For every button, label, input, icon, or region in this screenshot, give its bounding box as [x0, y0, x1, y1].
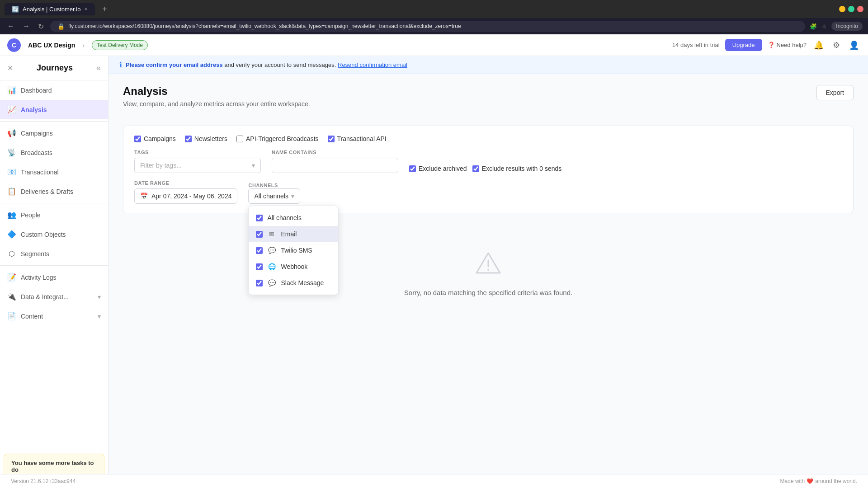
sidebar-item-transactional[interactable]: 📧 Transactional: [0, 162, 108, 182]
webhook-channel-icon: 🌐: [267, 263, 276, 270]
sidebar-item-custom-objects[interactable]: 🔷 Custom Objects: [0, 225, 108, 244]
sidebar-x-icon[interactable]: ✕: [7, 64, 13, 72]
page-subtitle: View, compare, and analyze metrics acros…: [123, 100, 310, 108]
back-btn[interactable]: ←: [5, 20, 16, 32]
new-tab-btn[interactable]: +: [99, 4, 111, 15]
channel-all-checkbox[interactable]: [256, 215, 263, 221]
export-btn[interactable]: Export: [816, 85, 854, 100]
maximize-btn[interactable]: [848, 6, 854, 12]
channels-label: CHANNELS: [248, 183, 278, 188]
divider-3: [0, 265, 108, 266]
email-channel-icon: ✉: [267, 230, 276, 238]
exclude-zero-sends-checkbox[interactable]: [472, 165, 479, 172]
channel-slack-checkbox[interactable]: [256, 280, 263, 286]
name-contains-input[interactable]: [272, 158, 398, 173]
sidebar-item-broadcasts[interactable]: 📡 Broadcasts: [0, 143, 108, 162]
date-range-label: DATE RANGE: [134, 180, 237, 186]
checkbox-api-triggered[interactable]: API-Triggered Broadcasts: [236, 135, 319, 142]
api-triggered-checkbox[interactable]: [236, 136, 243, 142]
sidebar-label-dashboard: Dashboard: [21, 87, 52, 94]
bell-icon[interactable]: 🔔: [812, 38, 826, 52]
sidebar-collapse-btn[interactable]: «: [96, 63, 101, 73]
sidebar-item-deliveries[interactable]: 📋 Deliveries & Drafts: [0, 182, 108, 201]
exclude-archived-checkbox[interactable]: [409, 165, 416, 172]
sidebar-item-dashboard[interactable]: 📊 Dashboard: [0, 80, 108, 100]
sidebar-label-data-integrations: Data & Integrat...: [21, 293, 69, 300]
channel-webhook-label: Webhook: [281, 263, 307, 270]
app-logo: C: [7, 38, 21, 52]
analysis-icon: 📈: [7, 105, 16, 114]
channel-slack[interactable]: 💬 Slack Message: [249, 275, 338, 291]
transactional-icon: 📧: [7, 168, 16, 176]
page-header: Analysis View, compare, and analyze metr…: [123, 85, 310, 118]
channel-email-checkbox[interactable]: [256, 231, 263, 238]
slack-channel-icon: 💬: [267, 279, 276, 286]
people-icon: 👥: [7, 211, 16, 219]
divider-2: [0, 203, 108, 203]
segments-icon: ⬡: [7, 249, 16, 258]
transactional-api-checkbox[interactable]: [328, 136, 335, 142]
channel-email[interactable]: ✉ Email: [249, 226, 338, 242]
channel-all[interactable]: All channels: [249, 210, 338, 226]
channel-all-label: All channels: [267, 214, 302, 221]
forward-btn[interactable]: →: [21, 20, 32, 32]
channels-dropdown[interactable]: All channels ▾: [248, 188, 300, 204]
sidebar-title: Journeys: [37, 63, 73, 73]
workspace-name: ABC UX Design: [28, 42, 75, 49]
channels-value: All channels: [254, 192, 288, 200]
channels-filter-group: CHANNELS All channels ▾ All channels: [248, 181, 300, 204]
settings-icon[interactable]: ⚙: [831, 38, 842, 52]
url-bar[interactable]: 🔒 fly.customer.io/workspaces/160880/jour…: [50, 21, 805, 32]
sidebar-item-segments[interactable]: ⬡ Segments: [0, 244, 108, 263]
sidebar-item-activity-logs[interactable]: 📝 Activity Logs: [0, 267, 108, 287]
extensions-icon: 🧩: [810, 23, 817, 30]
sidebar-item-people[interactable]: 👥 People: [0, 205, 108, 225]
made-with-suffix: around the world.: [815, 478, 857, 484]
heart-icon: ❤️: [807, 478, 813, 484]
checkbox-newsletters[interactable]: Newsletters: [185, 135, 227, 142]
browser-chrome: 🔄 Analysis | Customer.io × +: [0, 0, 868, 18]
page-content: Analysis View, compare, and analyze metr…: [108, 74, 868, 343]
sidebar-item-data-integrations[interactable]: 🔌 Data & Integrat... ▾: [0, 287, 108, 306]
page-title: Analysis: [123, 85, 310, 98]
workspace-chevron-icon[interactable]: ›: [82, 42, 85, 49]
sidebar-item-analysis[interactable]: 📈 Analysis: [0, 100, 108, 119]
close-btn[interactable]: [857, 6, 863, 12]
checkbox-campaigns[interactable]: Campaigns: [134, 135, 176, 142]
sidebar-label-analysis: Analysis: [21, 106, 47, 113]
refresh-btn[interactable]: ↻: [36, 20, 46, 33]
sidebar-label-deliveries: Deliveries & Drafts: [21, 188, 73, 195]
checkbox-transactional-api[interactable]: Transactional API: [328, 135, 387, 142]
minimize-btn[interactable]: [839, 6, 845, 12]
newsletters-checkbox[interactable]: [185, 136, 192, 142]
channel-twilio-sms[interactable]: 💬 Twilio SMS: [249, 242, 338, 258]
test-delivery-badge: Test Delivery Mode: [92, 40, 148, 50]
active-tab[interactable]: 🔄 Analysis | Customer.io ×: [5, 3, 95, 15]
channel-twilio-sms-checkbox[interactable]: [256, 247, 263, 254]
content-area: ℹ Please confirm your email address and …: [108, 56, 868, 488]
user-icon[interactable]: 👤: [847, 38, 861, 52]
twilio-sms-channel-icon: 💬: [267, 247, 276, 254]
tab-close-btn[interactable]: ×: [84, 6, 87, 12]
date-picker[interactable]: 📅 Apr 07, 2024 - May 06, 2024: [134, 188, 237, 204]
campaigns-checkbox[interactable]: [134, 136, 141, 142]
sidebar-item-campaigns[interactable]: 📢 Campaigns: [0, 123, 108, 143]
checkbox-exclude-archived[interactable]: Exclude archived: [409, 165, 467, 172]
sidebar-item-content[interactable]: 📄 Content ▾: [0, 306, 108, 326]
content-icon: 📄: [7, 312, 16, 320]
bookmark-icon[interactable]: ☆: [821, 23, 827, 30]
name-contains-filter-group: NAME CONTAINS: [272, 150, 398, 173]
checkbox-exclude-zero-sends[interactable]: Exclude results with 0 sends: [472, 165, 562, 172]
activity-logs-icon: 📝: [7, 273, 16, 282]
tags-select[interactable]: Filter by tags... ▾: [134, 158, 261, 173]
banner-text: Please confirm your email address and ve…: [126, 61, 407, 68]
date-range-filter-group: DATE RANGE 📅 Apr 07, 2024 - May 06, 2024: [134, 180, 237, 204]
channel-webhook[interactable]: 🌐 Webhook: [249, 258, 338, 275]
lock-icon: 🔒: [57, 23, 65, 30]
deliveries-icon: 📋: [7, 187, 16, 196]
channel-webhook-checkbox[interactable]: [256, 263, 263, 270]
need-help-btn[interactable]: ❓ Need help?: [768, 42, 807, 48]
upgrade-btn[interactable]: Upgrade: [725, 39, 762, 51]
resend-confirmation-link[interactable]: Resend confirmation email: [338, 61, 407, 68]
warning-icon: [475, 249, 502, 282]
